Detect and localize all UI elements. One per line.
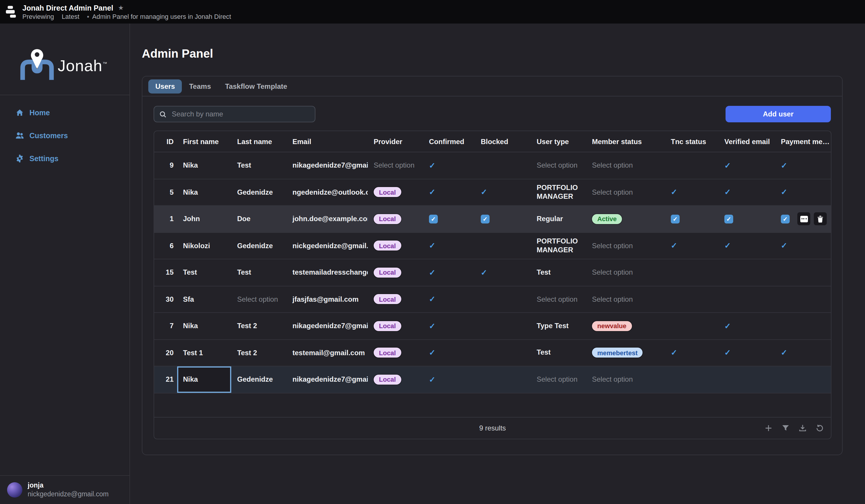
- cell-payment-method[interactable]: ✓: [775, 152, 831, 178]
- cell-email[interactable]: nikagedenidze7@gmail: [287, 366, 368, 392]
- cell-tnc-status[interactable]: [665, 313, 718, 339]
- cell-id[interactable]: 21: [154, 366, 177, 392]
- column-header[interactable]: Confirmed: [423, 137, 475, 145]
- cell-member-status[interactable]: Select option: [586, 233, 665, 259]
- cell-provider[interactable]: Local: [368, 259, 423, 285]
- column-header[interactable]: Tnc status: [665, 137, 718, 145]
- cell-confirmed[interactable]: ✓: [423, 259, 475, 285]
- more-options-button[interactable]: [797, 213, 810, 225]
- cell-verified-email[interactable]: [718, 259, 775, 285]
- cell-user-type[interactable]: Type Test: [531, 313, 586, 339]
- star-icon[interactable]: ★: [118, 4, 124, 12]
- cell-blocked[interactable]: [475, 313, 531, 339]
- cell-verified-email[interactable]: ✓: [718, 313, 775, 339]
- checkbox[interactable]: ✓: [671, 215, 680, 223]
- cell-last-name[interactable]: Gedenidze: [231, 179, 287, 205]
- cell-first-name[interactable]: Nika: [177, 366, 231, 392]
- cell-provider[interactable]: Local: [368, 366, 423, 392]
- cell-first-name[interactable]: Test: [177, 259, 231, 285]
- cell-confirmed[interactable]: ✓: [423, 206, 475, 232]
- cell-verified-email[interactable]: ✓: [718, 340, 775, 366]
- cell-blocked[interactable]: [475, 366, 531, 392]
- tab-taskflow-template[interactable]: Taskflow Template: [218, 79, 294, 93]
- cell-member-status[interactable]: Active: [586, 206, 665, 232]
- cell-id[interactable]: 30: [154, 286, 177, 312]
- cell-provider[interactable]: Local: [368, 313, 423, 339]
- cell-last-name[interactable]: Gedenidze: [231, 233, 287, 259]
- cell-payment-method[interactable]: [775, 366, 831, 392]
- cell-last-name[interactable]: Select option: [231, 286, 287, 312]
- cell-tnc-status[interactable]: ✓: [665, 206, 718, 232]
- cell-blocked[interactable]: [475, 340, 531, 366]
- cell-payment-method[interactable]: ✓: [775, 179, 831, 205]
- cell-first-name[interactable]: Nika: [177, 313, 231, 339]
- cell-user-type[interactable]: Test: [531, 259, 586, 285]
- cell-id[interactable]: 7: [154, 313, 177, 339]
- cell-verified-email[interactable]: ✓: [718, 179, 775, 205]
- download-icon[interactable]: [798, 424, 807, 432]
- cell-first-name[interactable]: Nika: [177, 152, 231, 178]
- cell-id[interactable]: 20: [154, 340, 177, 366]
- cell-last-name[interactable]: Gedenidze: [231, 366, 287, 392]
- checkbox[interactable]: ✓: [481, 215, 489, 223]
- cell-tnc-status[interactable]: [665, 366, 718, 392]
- column-header[interactable]: ID: [154, 137, 177, 145]
- cell-first-name[interactable]: Nika: [177, 179, 231, 205]
- current-user-block[interactable]: jonja nickgedenidze@gmail.com: [0, 475, 130, 504]
- cell-first-name[interactable]: Nikolozi: [177, 233, 231, 259]
- cell-email[interactable]: testemail@gmail.com: [287, 340, 368, 366]
- search-box[interactable]: [153, 106, 315, 122]
- checkbox[interactable]: ✓: [781, 215, 790, 223]
- cell-tnc-status[interactable]: ✓: [665, 340, 718, 366]
- cell-confirmed[interactable]: ✓: [423, 233, 475, 259]
- cell-user-type[interactable]: Select option: [531, 152, 586, 178]
- cell-member-status[interactable]: Select option: [586, 286, 665, 312]
- cell-blocked[interactable]: [475, 233, 531, 259]
- checkbox[interactable]: ✓: [724, 215, 733, 223]
- cell-blocked[interactable]: [475, 152, 531, 178]
- cell-last-name[interactable]: Doe: [231, 206, 287, 232]
- cell-tnc-status[interactable]: [665, 259, 718, 285]
- cell-payment-method[interactable]: [775, 259, 831, 285]
- cell-provider[interactable]: Local: [368, 233, 423, 259]
- cell-id[interactable]: 15: [154, 259, 177, 285]
- cell-email[interactable]: nickgedenidze@gmail.c: [287, 233, 368, 259]
- search-input[interactable]: [171, 109, 310, 119]
- cell-member-status[interactable]: newvalue: [586, 313, 665, 339]
- cell-user-type[interactable]: PORTFOLIO MANAGER: [531, 233, 586, 259]
- cell-email[interactable]: nikagedenidze7@gmail: [287, 152, 368, 178]
- sidebar-item-customers[interactable]: Customers: [0, 124, 129, 147]
- cell-first-name[interactable]: Sfa: [177, 286, 231, 312]
- cell-last-name[interactable]: Test: [231, 152, 287, 178]
- column-header[interactable]: Member status: [586, 137, 665, 145]
- cell-last-name[interactable]: Test 2: [231, 340, 287, 366]
- cell-email[interactable]: nikagedenidze7@gmail: [287, 313, 368, 339]
- cell-last-name[interactable]: Test: [231, 259, 287, 285]
- cell-tnc-status[interactable]: ✓: [665, 233, 718, 259]
- cell-first-name[interactable]: Test 1: [177, 340, 231, 366]
- cell-confirmed[interactable]: ✓: [423, 366, 475, 392]
- cell-confirmed[interactable]: ✓: [423, 179, 475, 205]
- column-header[interactable]: Blocked: [475, 137, 531, 145]
- cell-confirmed[interactable]: ✓: [423, 340, 475, 366]
- tab-users[interactable]: Users: [148, 79, 182, 93]
- cell-tnc-status[interactable]: [665, 286, 718, 312]
- cell-confirmed[interactable]: ✓: [423, 286, 475, 312]
- cell-id[interactable]: 1: [154, 206, 177, 232]
- add-user-button[interactable]: Add user: [726, 106, 831, 122]
- cell-tnc-status[interactable]: [665, 152, 718, 178]
- cell-user-type[interactable]: Select option: [531, 286, 586, 312]
- cell-user-type[interactable]: Test: [531, 340, 586, 366]
- cell-member-status[interactable]: Select option: [586, 366, 665, 392]
- filter-icon[interactable]: [782, 424, 790, 432]
- cell-user-type[interactable]: PORTFOLIO MANAGER: [531, 179, 586, 205]
- sidebar-item-settings[interactable]: Settings: [0, 147, 129, 170]
- cell-payment-method[interactable]: [775, 286, 831, 312]
- column-header[interactable]: Email: [287, 137, 368, 145]
- checkbox[interactable]: ✓: [429, 215, 438, 223]
- cell-blocked[interactable]: ✓: [475, 179, 531, 205]
- cell-confirmed[interactable]: ✓: [423, 152, 475, 178]
- tab-teams[interactable]: Teams: [182, 79, 218, 93]
- cell-user-type[interactable]: Select option: [531, 366, 586, 392]
- column-header[interactable]: User type: [531, 137, 586, 145]
